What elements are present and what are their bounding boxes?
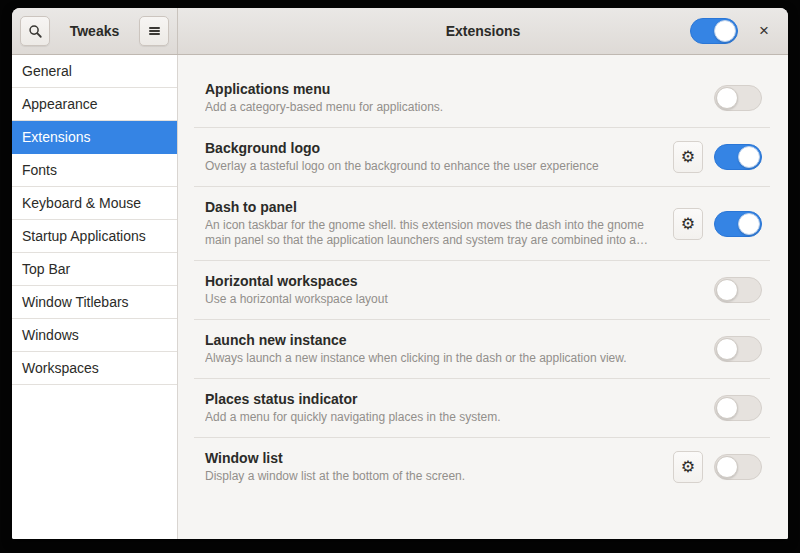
extension-title: Horizontal workspaces xyxy=(205,273,698,289)
extension-description: Always launch a new instance when clicki… xyxy=(205,351,698,366)
app-title: Tweaks xyxy=(50,23,139,39)
toggle-knob xyxy=(716,456,738,478)
headerbar: Tweaks Extensions × xyxy=(12,8,788,55)
extension-row-window-list: Window list Display a window list at the… xyxy=(194,438,770,496)
headerbar-right: Extensions × xyxy=(178,8,788,54)
extension-row-background-logo: Background logo Overlay a tasteful logo … xyxy=(194,128,770,187)
sidebar-item-fonts[interactable]: Fonts xyxy=(12,154,177,187)
extensions-list: Applications menu Add a category-based m… xyxy=(178,55,788,539)
sidebar-item-label: Fonts xyxy=(22,162,57,178)
extension-toggle[interactable] xyxy=(714,211,762,237)
extension-settings-button[interactable]: ⚙ xyxy=(673,141,703,173)
toggle-knob xyxy=(716,397,738,419)
extension-toggle[interactable] xyxy=(714,277,762,303)
toggle-knob xyxy=(738,213,760,235)
toggle-knob xyxy=(714,20,736,42)
sidebar-item-general[interactable]: General xyxy=(12,55,177,88)
gear-icon: ⚙ xyxy=(681,216,695,232)
close-button[interactable]: × xyxy=(753,20,775,42)
extension-title: Places status indicator xyxy=(205,391,698,407)
sidebar-item-startup-applications[interactable]: Startup Applications xyxy=(12,220,177,253)
extension-title: Background logo xyxy=(205,140,657,156)
extension-toggle[interactable] xyxy=(714,454,762,480)
sidebar-item-label: Top Bar xyxy=(22,261,70,277)
tweaks-window: Tweaks Extensions × General Appearance E… xyxy=(12,8,788,539)
extension-row-places-status-indicator: Places status indicator Add a menu for q… xyxy=(194,379,770,438)
extension-row-launch-new-instance: Launch new instance Always launch a new … xyxy=(194,320,770,379)
extension-toggle[interactable] xyxy=(714,395,762,421)
extension-description: Display a window list at the bottom of t… xyxy=(205,469,657,484)
gear-icon: ⚙ xyxy=(681,459,695,475)
sidebar-item-top-bar[interactable]: Top Bar xyxy=(12,253,177,286)
menu-button[interactable] xyxy=(139,16,169,46)
sidebar-item-label: Window Titlebars xyxy=(22,294,129,310)
gear-icon: ⚙ xyxy=(681,149,695,165)
extension-title: Dash to panel xyxy=(205,199,657,215)
sidebar-item-label: General xyxy=(22,63,72,79)
extension-description: Add a category-based menu for applicatio… xyxy=(205,100,698,115)
extension-settings-button[interactable]: ⚙ xyxy=(673,208,703,240)
close-icon: × xyxy=(759,21,769,40)
search-button[interactable] xyxy=(20,16,50,46)
window-content: General Appearance Extensions Fonts Keyb… xyxy=(12,55,788,539)
toggle-knob xyxy=(716,338,738,360)
toggle-knob xyxy=(716,87,738,109)
extension-toggle[interactable] xyxy=(714,336,762,362)
sidebar-item-label: Extensions xyxy=(22,129,90,145)
extension-title: Applications menu xyxy=(205,81,698,97)
extension-row-dash-to-panel: Dash to panel An icon taskbar for the gn… xyxy=(194,187,770,261)
sidebar-item-appearance[interactable]: Appearance xyxy=(12,88,177,121)
sidebar-item-label: Startup Applications xyxy=(22,228,146,244)
extension-description: Add a menu for quickly navigating places… xyxy=(205,410,698,425)
sidebar-item-label: Keyboard & Mouse xyxy=(22,195,141,211)
sidebar-item-label: Windows xyxy=(22,327,79,343)
headerbar-left: Tweaks xyxy=(12,8,178,54)
sidebar-item-label: Appearance xyxy=(22,96,98,112)
extension-row-applications-menu: Applications menu Add a category-based m… xyxy=(194,61,770,128)
sidebar-item-extensions[interactable]: Extensions xyxy=(12,121,177,154)
sidebar-item-window-titlebars[interactable]: Window Titlebars xyxy=(12,286,177,319)
extension-settings-button[interactable]: ⚙ xyxy=(673,451,703,483)
extension-toggle[interactable] xyxy=(714,85,762,111)
extension-description: Overlay a tasteful logo on the backgroun… xyxy=(205,159,657,174)
extension-description: An icon taskbar for the gnome shell. thi… xyxy=(205,218,657,248)
extension-title: Window list xyxy=(205,450,657,466)
extension-toggle[interactable] xyxy=(714,144,762,170)
extensions-master-toggle[interactable] xyxy=(690,18,738,44)
sidebar-item-label: Workspaces xyxy=(22,360,99,376)
extension-description: Use a horizontal workspace layout xyxy=(205,292,698,307)
extension-title: Launch new instance xyxy=(205,332,698,348)
toggle-knob xyxy=(716,279,738,301)
toggle-knob xyxy=(738,146,760,168)
sidebar-item-workspaces[interactable]: Workspaces xyxy=(12,352,177,385)
search-icon xyxy=(28,24,43,39)
extension-row-horizontal-workspaces: Horizontal workspaces Use a horizontal w… xyxy=(194,261,770,320)
hamburger-menu-icon xyxy=(149,25,160,36)
sidebar: General Appearance Extensions Fonts Keyb… xyxy=(12,55,178,539)
sidebar-item-keyboard-mouse[interactable]: Keyboard & Mouse xyxy=(12,187,177,220)
sidebar-item-windows[interactable]: Windows xyxy=(12,319,177,352)
